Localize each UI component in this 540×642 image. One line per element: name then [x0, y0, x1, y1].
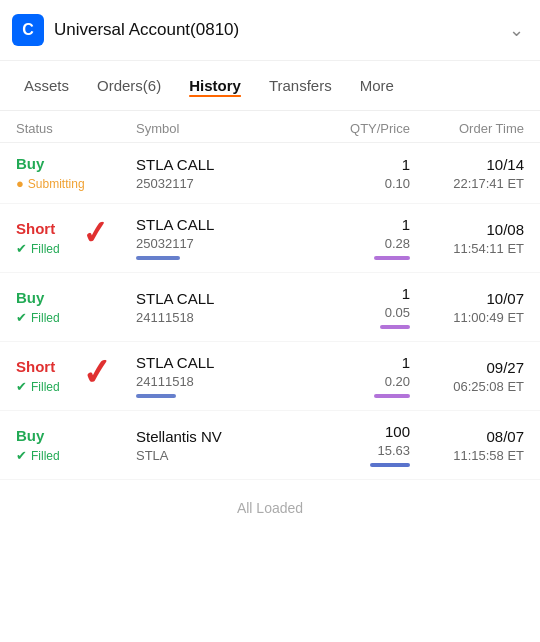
action-label: Buy — [16, 289, 136, 306]
time-col: 10/07 11:00:49 ET — [410, 290, 524, 325]
qty-value: 1 — [402, 285, 410, 302]
qty-value: 1 — [402, 156, 410, 173]
time-col: 08/07 11:15:58 ET — [410, 428, 524, 463]
action-label: Buy — [16, 155, 136, 172]
symbol-name: Stellantis NV — [136, 428, 296, 445]
status-col: Short ✔ Filled — [16, 358, 136, 394]
status-badge: ✔ Filled — [16, 241, 136, 256]
time-value: 11:15:58 ET — [453, 448, 524, 463]
status-badge: ✔ Filled — [16, 379, 136, 394]
action-label: Buy — [16, 427, 136, 444]
action-label: Short — [16, 220, 136, 237]
filled-icon: ✔ — [16, 379, 27, 394]
tab-orders[interactable]: Orders(6) — [83, 61, 175, 110]
time-value: 11:54:11 ET — [453, 241, 524, 256]
date-value: 09/27 — [486, 359, 524, 376]
symbol-col: STLA CALL 25032117 — [136, 216, 296, 260]
qty-value: 1 — [402, 354, 410, 371]
tabs: Assets Orders(6) History Transfers More — [0, 61, 540, 111]
status-badge: ● Submitting — [16, 176, 136, 191]
col-symbol: Symbol — [136, 121, 296, 136]
symbol-col: STLA CALL 24111518 — [136, 290, 296, 325]
symbol-code: 24111518 — [136, 310, 296, 325]
col-time: Order Time — [410, 121, 524, 136]
status-col: Buy ✔ Filled — [16, 427, 136, 463]
tab-transfers[interactable]: Transfers — [255, 61, 346, 110]
tab-assets[interactable]: Assets — [10, 61, 83, 110]
symbol-col: Stellantis NV STLA — [136, 428, 296, 463]
symbol-name: STLA CALL — [136, 156, 296, 173]
symbol-col: STLA CALL 25032117 — [136, 156, 296, 191]
col-status: Status — [16, 121, 136, 136]
qty-col: 100 15.63 — [296, 423, 410, 467]
qty-value: 100 — [385, 423, 410, 440]
purple-underline — [380, 325, 410, 329]
time-col: 09/27 06:25:08 ET — [410, 359, 524, 394]
action-label: Short — [16, 358, 136, 375]
table-row: Buy ● Submitting STLA CALL 25032117 1 0.… — [0, 143, 540, 204]
logo-icon: C — [12, 14, 44, 46]
symbol-col: STLA CALL 24111518 — [136, 354, 296, 398]
purple-underline — [374, 256, 410, 260]
status-badge: ✔ Filled — [16, 310, 136, 325]
filled-icon: ✔ — [16, 310, 27, 325]
header: C Universal Account(0810) ⌄ — [0, 0, 540, 61]
status-badge: ✔ Filled — [16, 448, 136, 463]
date-value: 10/07 — [486, 290, 524, 307]
filled-icon: ✔ — [16, 241, 27, 256]
time-col: 10/08 11:54:11 ET — [410, 221, 524, 256]
symbol-code: 25032117 — [136, 176, 296, 191]
blue-underline — [370, 463, 410, 467]
price-value: 0.20 — [385, 374, 410, 389]
time-value: 11:00:49 ET — [453, 310, 524, 325]
price-value: 0.05 — [385, 305, 410, 320]
price-value: 15.63 — [377, 443, 410, 458]
symbol-code: 24111518 — [136, 374, 296, 389]
table-row: Buy ✔ Filled Stellantis NV STLA 100 15.6… — [0, 411, 540, 480]
symbol-name: STLA CALL — [136, 354, 296, 371]
header-left: C Universal Account(0810) — [12, 14, 239, 46]
date-value: 10/14 — [486, 156, 524, 173]
qty-col: 1 0.28 — [296, 216, 410, 260]
status-col: Buy ✔ Filled — [16, 289, 136, 325]
qty-value: 1 — [402, 216, 410, 233]
status-col: Short ✔ Filled — [16, 220, 136, 256]
price-value: 0.10 — [385, 176, 410, 191]
account-title: Universal Account(0810) — [54, 20, 239, 40]
checkmark-annotation: ✓ — [80, 351, 114, 395]
chevron-down-icon[interactable]: ⌄ — [509, 19, 524, 41]
purple-underline — [374, 394, 410, 398]
date-value: 10/08 — [486, 221, 524, 238]
price-value: 0.28 — [385, 236, 410, 251]
symbol-name: STLA CALL — [136, 216, 296, 233]
all-loaded-label: All Loaded — [0, 480, 540, 536]
checkmark-annotation: ✓ — [80, 213, 110, 253]
submitting-icon: ● — [16, 176, 24, 191]
time-col: 10/14 22:17:41 ET — [410, 156, 524, 191]
blue-underline — [136, 394, 176, 398]
symbol-name: STLA CALL — [136, 290, 296, 307]
col-qty: QTY/Price — [296, 121, 410, 136]
status-col: Buy ● Submitting — [16, 155, 136, 191]
table-row: Short ✔ Filled ✓ STLA CALL 25032117 1 0.… — [0, 204, 540, 273]
table-row: Buy ✔ Filled STLA CALL 24111518 1 0.05 1… — [0, 273, 540, 342]
tab-history[interactable]: History — [175, 61, 255, 110]
qty-col: 1 0.20 — [296, 354, 410, 398]
date-value: 08/07 — [486, 428, 524, 445]
table-header: Status Symbol QTY/Price Order Time — [0, 111, 540, 143]
filled-icon: ✔ — [16, 448, 27, 463]
table-row: Short ✔ Filled ✓ STLA CALL 24111518 1 0.… — [0, 342, 540, 411]
tab-more[interactable]: More — [346, 61, 408, 110]
time-value: 06:25:08 ET — [453, 379, 524, 394]
symbol-code: STLA — [136, 448, 296, 463]
qty-col: 1 0.10 — [296, 156, 410, 191]
symbol-code: 25032117 — [136, 236, 296, 251]
qty-col: 1 0.05 — [296, 285, 410, 329]
blue-underline — [136, 256, 180, 260]
time-value: 22:17:41 ET — [453, 176, 524, 191]
